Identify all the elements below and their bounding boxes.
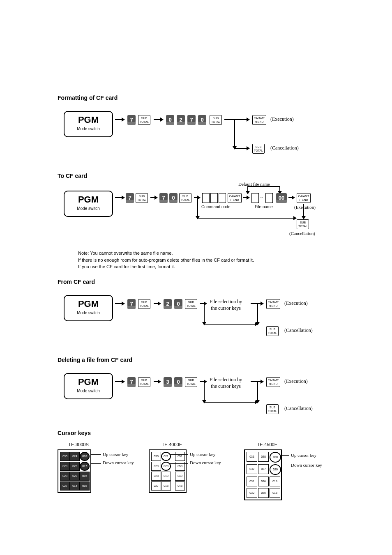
key-7c: 7 (126, 193, 134, 203)
flow-del: PGM Mode switch 7 SUBTOTAL 3 0 SUBTOTAL … (58, 369, 334, 422)
key-0: 0 (166, 115, 174, 125)
flow-from: PGM Mode switch 7 SUBTOTAL 2 0 SUBTOTAL … (58, 291, 334, 344)
key-7d: 7 (159, 193, 168, 203)
key-00: 00 (276, 193, 287, 203)
key-subtotal2: SUBTOTAL (210, 115, 222, 125)
key-0f: 0 (174, 377, 182, 387)
key-7e: 7 (127, 299, 136, 309)
up-cursor-key3: 020 (270, 452, 281, 463)
up-label: Up cursor key (103, 452, 128, 457)
key-caamt: CA/AMT/TEND (252, 115, 266, 125)
down-label3: Down cursor key (291, 463, 322, 467)
label-exec3: (Execution) (284, 300, 308, 306)
down-cursor-key2: 020 (161, 462, 171, 471)
down-cursor-key: 017 (80, 462, 90, 471)
key-ca2: CA/AMT/TEND (228, 193, 242, 203)
up-label2: Up cursor key (190, 452, 215, 457)
model-label-3000: TE-3000S (66, 442, 91, 447)
key-7: 7 (127, 115, 136, 125)
pgm-box3: PGM Mode switch (64, 295, 113, 321)
model-label-4000: TE-4000F (157, 442, 187, 447)
section-title-to: To CF card (58, 173, 334, 179)
section-title-cursor: Cursor keys (58, 430, 334, 436)
label-cancel2: (Cancellation) (289, 231, 315, 236)
down-label2: Down cursor key (190, 460, 221, 465)
pgm-box: PGM Mode switch (64, 111, 113, 137)
note-text: Note: You cannot overwrite the same file… (78, 250, 334, 270)
keyboard-te3000s: TE-3000S 030024018 029023017 028022015 0… (58, 442, 91, 500)
key-ca5: CA/AMT/TEND (266, 377, 280, 387)
key-sub-h: SUBTOTAL (266, 326, 279, 336)
key-sub-i: SUBTOTAL (138, 377, 150, 387)
key-7b: 7 (187, 115, 196, 125)
key-sub-j: SUBTOTAL (185, 377, 197, 387)
key-ca3: CA/AMT/TEND (297, 193, 311, 203)
down-cursor-key3: 020 (270, 464, 281, 475)
section-title-del: Deleting a file from CF card (58, 357, 334, 363)
key-ca4: CA/AMT/TEND (266, 299, 280, 309)
key-2e: 2 (164, 299, 172, 309)
up-label3: Up cursor key (291, 453, 316, 458)
key-0d: 0 (169, 193, 178, 203)
key-7f: 7 (127, 377, 136, 387)
keyboard-te4000f: TE-4000F 030021051 029020050 028019049 0… (149, 442, 187, 500)
label-exec4: (Execution) (284, 378, 308, 385)
key-sub-f: SUBTOTAL (138, 299, 150, 309)
key-0b: 0 (198, 115, 206, 125)
flow-to: Default file name PGM Mode switch 7 SUBT… (58, 185, 334, 242)
label-cancel3: (Cancellation) (284, 327, 313, 334)
keyboard-te4500f: TE-4500F 033028020 032027020 031026019 0… (244, 442, 282, 500)
label-cancel4: (Cancellation) (284, 405, 313, 412)
model-label-4500: TE-4500F (252, 442, 282, 447)
pgm-box4: PGM Mode switch (64, 373, 113, 399)
pgm-box2: PGM Mode switch (64, 191, 113, 217)
flow-format: PGM Mode switch 7 SUBTOTAL 0 2 7 0 SUBTO… (58, 107, 334, 160)
key-subtotal: SUBTOTAL (138, 115, 150, 125)
label-command-code: Command code (201, 205, 231, 209)
key-sub-e: SUBTOTAL (297, 219, 309, 229)
key-subtotal3: SUBTOTAL (252, 144, 265, 154)
file-select-label2: File selection by the cursor keys (210, 376, 242, 389)
key-sub-k: SUBTOTAL (266, 404, 279, 414)
tilde: ~ (261, 195, 263, 201)
key-sub-d: SUBTOTAL (179, 193, 191, 203)
label-exec2: (Execution) (294, 205, 316, 210)
section-title-format: Formatting of CF card (58, 94, 334, 101)
mode-switch-label: Mode switch (65, 127, 112, 131)
label-cancellation: (Cancellation) (270, 145, 299, 151)
key-3f: 3 (164, 377, 172, 387)
section-title-from: From CF card (58, 279, 334, 285)
label-file-name: File name (255, 205, 273, 209)
up-cursor-key2: 021 (161, 452, 171, 461)
key-0e: 0 (174, 299, 182, 309)
label-execution: (Execution) (270, 116, 294, 122)
down-label: Down cursor key (103, 460, 134, 465)
pgm-label: PGM (65, 115, 112, 125)
file-select-label: File selection by the cursor keys (210, 298, 242, 311)
up-cursor-key: 018 (80, 452, 90, 461)
key-sub-g: SUBTOTAL (185, 299, 197, 309)
key-2: 2 (177, 115, 185, 125)
key-sub-c: SUBTOTAL (136, 193, 148, 203)
